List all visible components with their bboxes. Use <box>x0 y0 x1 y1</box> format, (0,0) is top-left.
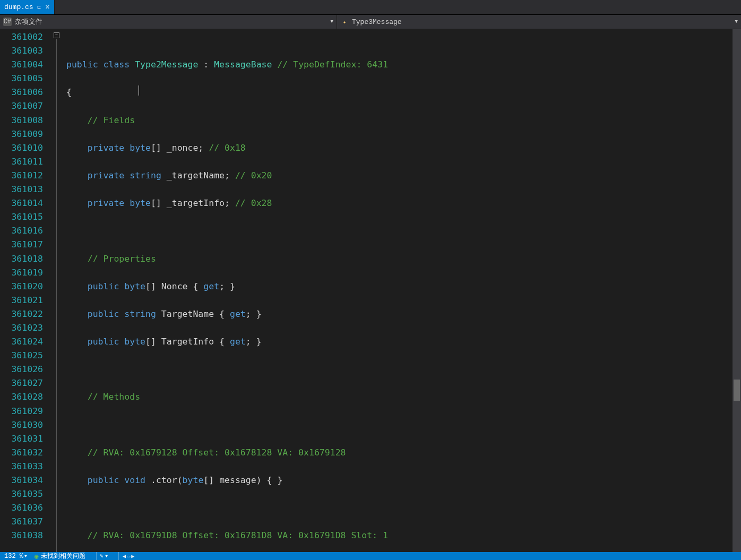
line-number: 361025 <box>0 349 43 363</box>
fold-toggle[interactable]: − <box>54 32 59 38</box>
line-number: 361033 <box>0 460 43 473</box>
pen-icon: ✎ <box>100 553 104 559</box>
zoom-level[interactable]: 132 %▼ <box>4 553 27 560</box>
tab-label: dump.cs <box>4 3 33 11</box>
code-line: private byte[] _nonce; // 0x18 <box>66 141 741 155</box>
code-line: // Properties <box>66 252 741 266</box>
line-number: 361004 <box>0 58 43 72</box>
nav-member-dropdown[interactable]: ✦ Type3Message ▼ <box>337 15 741 29</box>
line-number: 361006 <box>0 85 43 99</box>
code-line: // Methods <box>66 390 741 404</box>
line-number: 361002 <box>0 30 43 44</box>
line-number: 361023 <box>0 321 43 335</box>
line-number: 361032 <box>0 446 43 460</box>
code-line <box>66 501 741 515</box>
line-number: 361037 <box>0 515 43 529</box>
line-number: 361014 <box>0 196 43 210</box>
line-number: 361036 <box>0 501 43 515</box>
class-icon: ✦ <box>340 18 349 26</box>
divider <box>96 552 97 560</box>
divider <box>118 552 119 560</box>
line-number: 361030 <box>0 418 43 432</box>
line-number: 361003 <box>0 44 43 58</box>
line-number: 361029 <box>0 404 43 418</box>
code-line: public byte[] Nonce { get; } <box>66 280 741 294</box>
line-number: 361034 <box>0 473 43 487</box>
check-circle-icon: ◉ <box>35 552 39 560</box>
scroll-thumb[interactable] <box>734 380 740 401</box>
line-number: 361021 <box>0 294 43 307</box>
line-number: 361013 <box>0 183 43 196</box>
status-bar: 132 %▼ ◉ 未找到相关问题 ✎▼ ◀ ▭ ▶ <box>0 552 741 560</box>
code-line: { <box>66 85 741 99</box>
line-number: 361028 <box>0 390 43 404</box>
feedback-button[interactable]: ✎▼ <box>100 553 108 559</box>
text-cursor <box>139 85 139 96</box>
line-number: 361018 <box>0 252 43 266</box>
line-number: 361020 <box>0 280 43 294</box>
issues-status[interactable]: ◉ 未找到相关问题 <box>35 552 85 560</box>
line-number: 361031 <box>0 432 43 446</box>
line-number: 361007 <box>0 99 43 113</box>
code-line: public void .ctor(byte[] message) { } <box>66 473 741 487</box>
nav-bar: C# 杂项文件 ▼ ✦ Type3Message ▼ <box>0 15 741 29</box>
code-line: public class Type2Message : MessageBase … <box>66 58 741 72</box>
line-number: 361011 <box>0 155 43 169</box>
line-number: 361008 <box>0 114 43 127</box>
code-line <box>66 418 741 432</box>
line-number: 361017 <box>0 238 43 252</box>
tab-dump-cs[interactable]: dump.cs ⊏ × <box>0 0 55 14</box>
code-line <box>66 363 741 376</box>
code-line: public byte[] TargetInfo { get; } <box>66 335 741 349</box>
code-line: // RVA: 0x16791D8 Offset: 0x16781D8 VA: … <box>66 529 741 542</box>
line-number-gutter: 3610023610033610043610053610063610073610… <box>0 29 50 552</box>
line-number: 361016 <box>0 224 43 238</box>
line-number: 361026 <box>0 363 43 376</box>
csharp-file-icon: C# <box>3 18 12 26</box>
code-line: // RVA: 0x1679128 Offset: 0x1678128 VA: … <box>66 446 741 460</box>
fold-column: − <box>50 29 66 552</box>
code-line: private string _targetName; // 0x20 <box>66 169 741 183</box>
line-nav-prev[interactable]: ◀ <box>123 553 126 559</box>
line-nav-bar[interactable]: ▭ <box>127 553 130 559</box>
code-content[interactable]: public class Type2Message : MessageBase … <box>66 29 741 552</box>
line-number: 361012 <box>0 169 43 183</box>
code-line: public string TargetName { get; } <box>66 307 741 321</box>
code-line: private byte[] _targetInfo; // 0x28 <box>66 196 741 210</box>
line-number: 361027 <box>0 376 43 390</box>
nav-scope-label: 杂项文件 <box>15 17 42 27</box>
code-line: // Fields <box>66 114 741 127</box>
tabs-bar: dump.cs ⊏ × <box>0 0 741 15</box>
line-number: 361005 <box>0 72 43 85</box>
chevron-down-icon: ▼ <box>735 19 738 24</box>
chevron-down-icon: ▼ <box>105 554 108 558</box>
line-nav-next[interactable]: ▶ <box>131 553 134 559</box>
line-number: 361010 <box>0 141 43 155</box>
chevron-down-icon: ▼ <box>24 554 27 558</box>
line-number: 361015 <box>0 210 43 224</box>
close-icon[interactable]: × <box>45 4 49 11</box>
chevron-down-icon: ▼ <box>331 19 333 24</box>
line-number: 361035 <box>0 487 43 501</box>
nav-member-label: Type3Message <box>352 18 402 26</box>
line-number: 361038 <box>0 529 43 542</box>
line-number: 361019 <box>0 266 43 280</box>
line-number: 361009 <box>0 127 43 141</box>
line-number: 361022 <box>0 307 43 321</box>
editor-area[interactable]: 3610023610033610043610053610063610073610… <box>0 29 741 552</box>
vertical-scrollbar[interactable] <box>733 29 741 552</box>
code-line <box>66 224 741 238</box>
pin-icon[interactable]: ⊏ <box>38 4 41 11</box>
nav-scope-dropdown[interactable]: C# 杂项文件 ▼ <box>0 15 337 29</box>
line-number: 361024 <box>0 335 43 349</box>
fold-guide-line <box>56 39 57 552</box>
